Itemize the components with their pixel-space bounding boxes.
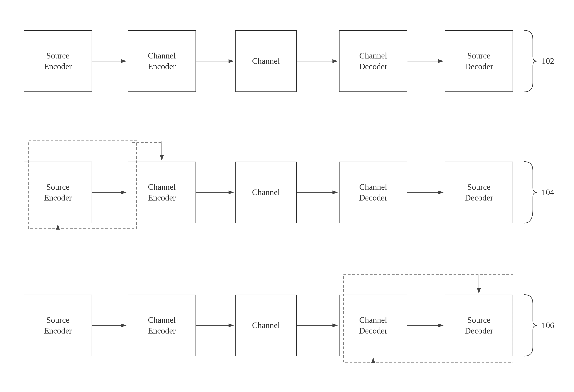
row2-channel-encoder: ChannelEncoder bbox=[128, 162, 196, 223]
label-104: 104 bbox=[542, 187, 554, 197]
row1-channel-encoder: ChannelEncoder bbox=[128, 30, 196, 92]
row1-source-decoder: SourceDecoder bbox=[445, 30, 513, 92]
row2-source-decoder: SourceDecoder bbox=[445, 162, 513, 223]
diagram-container: SourceEncoder ChannelEncoder Channel Cha… bbox=[0, 0, 574, 392]
row2-channel-decoder: ChannelDecoder bbox=[339, 162, 407, 223]
row3-source-decoder: SourceDecoder bbox=[445, 295, 513, 356]
row1-channel: Channel bbox=[235, 30, 297, 92]
row3-channel: Channel bbox=[235, 295, 297, 356]
label-102: 102 bbox=[542, 56, 554, 66]
row3-source-encoder: SourceEncoder bbox=[24, 295, 92, 356]
row2-source-encoder: SourceEncoder bbox=[24, 162, 92, 223]
row2-channel: Channel bbox=[235, 162, 297, 223]
row1-source-encoder: SourceEncoder bbox=[24, 30, 92, 92]
row3-channel-decoder: ChannelDecoder bbox=[339, 295, 407, 356]
row1-channel-decoder: ChannelDecoder bbox=[339, 30, 407, 92]
row3-channel-encoder: ChannelEncoder bbox=[128, 295, 196, 356]
label-106: 106 bbox=[542, 320, 554, 330]
